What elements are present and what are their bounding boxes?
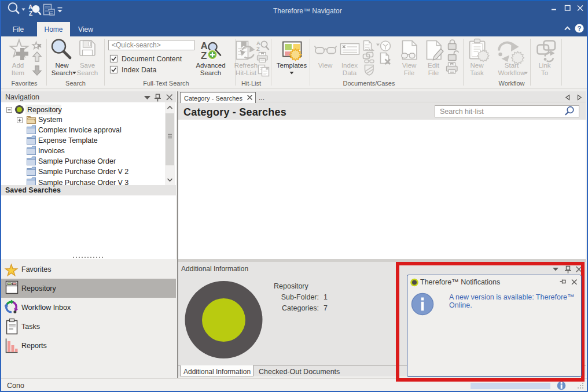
svg-text:Z: Z: [201, 50, 207, 61]
svg-text:Z: Z: [256, 46, 260, 52]
